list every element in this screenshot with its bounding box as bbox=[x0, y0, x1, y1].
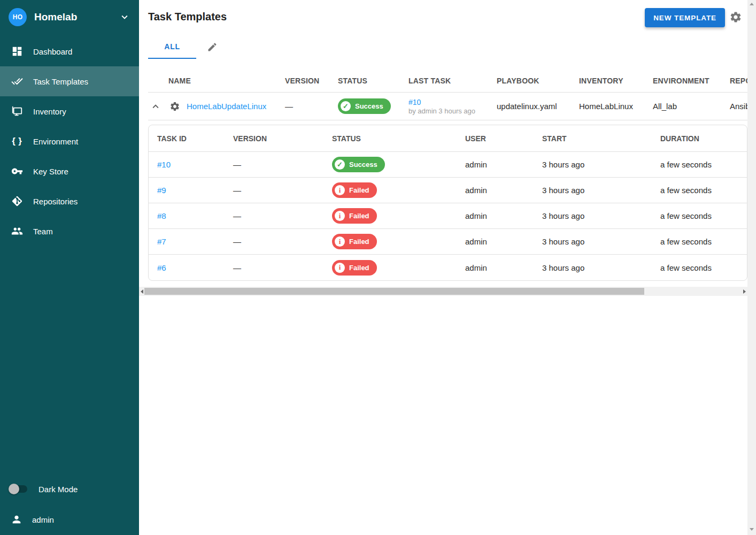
column-header-inventory: INVENTORY bbox=[579, 77, 653, 85]
history-table-header: TASK ID VERSION STATUS USER START DURATI… bbox=[149, 125, 747, 152]
template-environment: All_lab bbox=[653, 102, 730, 111]
new-template-button[interactable]: NEW TEMPLATE bbox=[645, 8, 725, 27]
vertical-scrollbar[interactable] bbox=[747, 0, 756, 535]
template-row: HomeLabUpdateLinux — Success #10 by admi… bbox=[148, 93, 756, 120]
task-user: admin bbox=[465, 160, 542, 169]
status-badge: Failed bbox=[332, 260, 377, 276]
task-user: admin bbox=[465, 237, 542, 246]
horizontal-scrollbar[interactable] bbox=[139, 287, 747, 296]
column-header-start: START bbox=[542, 134, 660, 143]
task-row: #7 — Failed admin 3 hours ago a few seco… bbox=[149, 229, 747, 255]
task-start: 3 hours ago bbox=[542, 211, 660, 220]
chevron-down-icon[interactable] bbox=[119, 11, 130, 23]
main-content: Task Templates NEW TEMPLATE ALL NAME VER… bbox=[139, 0, 756, 535]
dark-mode-label: Dark Mode bbox=[38, 485, 78, 494]
people-icon bbox=[11, 225, 24, 238]
tab-all[interactable]: ALL bbox=[148, 35, 196, 59]
task-version: — bbox=[233, 160, 332, 169]
last-task-meta: by admin 3 hours ago bbox=[408, 107, 497, 115]
task-start: 3 hours ago bbox=[542, 160, 660, 169]
templates-table-header: NAME VERSION STATUS LAST TASK PLAYBOOK I… bbox=[148, 70, 756, 93]
column-header-status: STATUS bbox=[338, 77, 408, 85]
project-switcher[interactable]: HO Homelab bbox=[0, 0, 139, 34]
project-avatar: HO bbox=[9, 8, 27, 26]
task-history-card: TASK ID VERSION STATUS USER START DURATI… bbox=[148, 125, 747, 281]
sidebar-item-label: Key Store bbox=[33, 167, 68, 176]
user-name: admin bbox=[32, 515, 54, 524]
info-circle-icon bbox=[335, 263, 345, 273]
sidebar-item-dashboard[interactable]: Dashboard bbox=[0, 36, 139, 66]
task-start: 3 hours ago bbox=[542, 186, 660, 195]
app-window: HO Homelab Dashboard Task Templates bbox=[0, 0, 756, 535]
status-badge-label: Failed bbox=[349, 186, 369, 194]
template-settings-gear-icon[interactable] bbox=[168, 100, 181, 113]
sidebar-item-key-store[interactable]: Key Store bbox=[0, 156, 139, 186]
status-badge: Failed bbox=[332, 182, 377, 198]
task-id-link[interactable]: #8 bbox=[157, 211, 166, 220]
column-header-name: NAME bbox=[148, 77, 285, 85]
task-id-link[interactable]: #10 bbox=[157, 160, 171, 169]
status-badge: Failed bbox=[332, 208, 377, 224]
task-duration: a few seconds bbox=[660, 237, 747, 246]
task-version: — bbox=[233, 211, 332, 220]
column-header-user: USER bbox=[465, 134, 542, 143]
task-version: — bbox=[233, 263, 332, 272]
scroll-up-arrow-icon[interactable] bbox=[750, 3, 754, 5]
template-playbook: updatelinux.yaml bbox=[497, 102, 579, 111]
task-start: 3 hours ago bbox=[542, 263, 660, 272]
sidebar-item-task-templates[interactable]: Task Templates bbox=[0, 66, 139, 96]
done-all-icon bbox=[11, 75, 24, 88]
settings-gear-icon[interactable] bbox=[729, 11, 742, 24]
template-name-link[interactable]: HomeLabUpdateLinux bbox=[187, 102, 266, 111]
task-user: admin bbox=[465, 263, 542, 272]
last-task-link[interactable]: #10 bbox=[408, 98, 421, 106]
dark-mode-row: Dark Mode bbox=[0, 474, 139, 504]
status-badge-label: Success bbox=[349, 160, 377, 169]
pencil-icon bbox=[207, 42, 218, 52]
sidebar-item-inventory[interactable]: Inventory bbox=[0, 96, 139, 126]
status-badge: Success bbox=[332, 157, 385, 172]
check-circle-icon bbox=[341, 101, 351, 111]
check-circle-icon bbox=[335, 159, 345, 170]
column-header-environment: ENVIRONMENT bbox=[653, 77, 730, 85]
info-circle-icon bbox=[335, 185, 345, 195]
task-id-link[interactable]: #9 bbox=[157, 186, 166, 195]
scroll-left-arrow-icon[interactable] bbox=[141, 289, 143, 294]
status-badge-label: Failed bbox=[349, 238, 369, 246]
person-icon bbox=[11, 514, 22, 525]
dark-mode-toggle[interactable] bbox=[9, 484, 28, 494]
task-version: — bbox=[233, 186, 332, 195]
sidebar-item-label: Task Templates bbox=[33, 77, 88, 86]
scroll-down-arrow-icon[interactable] bbox=[750, 528, 754, 531]
task-id-link[interactable]: #6 bbox=[157, 263, 166, 272]
task-id-link[interactable]: #7 bbox=[157, 237, 166, 246]
status-badge-label: Failed bbox=[349, 264, 369, 272]
info-circle-icon bbox=[335, 211, 345, 221]
template-version: — bbox=[285, 102, 338, 111]
sidebar-item-team[interactable]: Team bbox=[0, 216, 139, 246]
scroll-right-arrow-icon[interactable] bbox=[743, 289, 746, 294]
task-row: #9 — Failed admin 3 hours ago a few seco… bbox=[149, 178, 747, 203]
sidebar-item-repositories[interactable]: Repositories bbox=[0, 186, 139, 216]
task-user: admin bbox=[465, 211, 542, 220]
column-header-playbook: PLAYBOOK bbox=[497, 77, 579, 85]
sidebar: HO Homelab Dashboard Task Templates bbox=[0, 0, 139, 535]
user-menu[interactable]: admin bbox=[0, 504, 139, 535]
column-header-status: STATUS bbox=[332, 134, 465, 143]
sidebar-item-label: Dashboard bbox=[33, 47, 72, 56]
templates-table: NAME VERSION STATUS LAST TASK PLAYBOOK I… bbox=[148, 70, 756, 120]
task-start: 3 hours ago bbox=[542, 237, 660, 246]
column-header-task-id: TASK ID bbox=[157, 134, 233, 143]
template-inventory: HomeLabLinux bbox=[579, 102, 653, 111]
task-duration: a few seconds bbox=[660, 186, 747, 195]
edit-views-button[interactable] bbox=[196, 35, 228, 59]
sidebar-nav: Dashboard Task Templates Inventory { } E… bbox=[0, 36, 139, 246]
horizontal-scrollbar-thumb[interactable] bbox=[144, 288, 644, 295]
collapse-chevron-up-icon[interactable] bbox=[149, 100, 162, 113]
task-row: #10 — Success admin 3 hours ago a few se… bbox=[149, 152, 747, 178]
page-title: Task Templates bbox=[148, 11, 227, 23]
sidebar-item-environment[interactable]: { } Environment bbox=[0, 126, 139, 156]
project-name: Homelab bbox=[34, 11, 77, 23]
view-tabs: ALL bbox=[148, 35, 228, 59]
column-header-version: VERSION bbox=[233, 134, 332, 143]
